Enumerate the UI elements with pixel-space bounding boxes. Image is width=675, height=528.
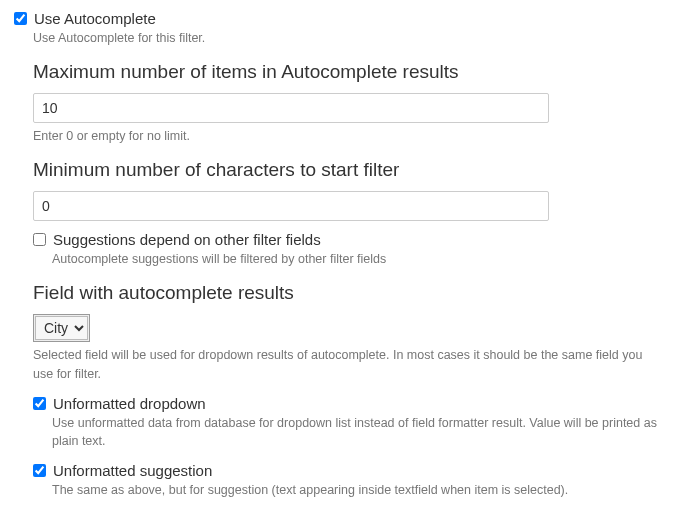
max-items-description: Enter 0 or empty for no limit. (33, 127, 661, 145)
unformatted-dropdown-description: Use unformatted data from database for d… (52, 414, 661, 450)
unformatted-dropdown-checkbox[interactable] (33, 397, 46, 410)
field-results-description: Selected field will be used for dropdown… (33, 346, 661, 382)
max-items-label: Maximum number of items in Autocomplete … (33, 61, 661, 83)
field-results-label: Field with autocomplete results (33, 282, 661, 304)
unformatted-suggestion-label: Unformatted suggestion (53, 462, 212, 479)
min-chars-label: Minimum number of characters to start fi… (33, 159, 661, 181)
max-items-input[interactable] (33, 93, 549, 123)
min-chars-input[interactable] (33, 191, 549, 221)
suggestions-depend-label: Suggestions depend on other filter field… (53, 231, 321, 248)
field-results-select[interactable]: City (35, 316, 88, 340)
unformatted-suggestion-checkbox[interactable] (33, 464, 46, 477)
use-autocomplete-description: Use Autocomplete for this filter. (33, 29, 661, 47)
unformatted-dropdown-label: Unformatted dropdown (53, 395, 206, 412)
suggestions-depend-checkbox[interactable] (33, 233, 46, 246)
suggestions-depend-description: Autocomplete suggestions will be filtere… (52, 250, 661, 268)
use-autocomplete-label: Use Autocomplete (34, 10, 156, 27)
unformatted-suggestion-description: The same as above, but for suggestion (t… (52, 481, 661, 499)
use-autocomplete-checkbox[interactable] (14, 12, 27, 25)
